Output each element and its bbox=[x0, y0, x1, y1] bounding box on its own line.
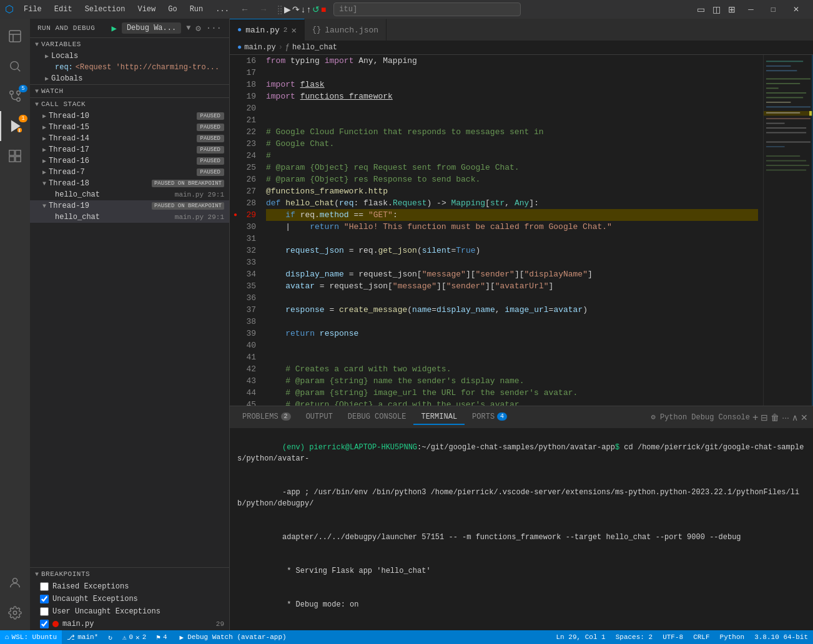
breakpoints-header[interactable]: ▼ BREAKPOINTS bbox=[30, 568, 229, 580]
nav-forward[interactable]: → bbox=[255, 3, 272, 16]
tab-launch-json[interactable]: {} launch.json bbox=[305, 19, 387, 41]
breakpoint-main-py[interactable]: main.py 29 bbox=[30, 618, 229, 630]
layout-btn-1[interactable]: ▭ bbox=[693, 3, 709, 16]
status-position[interactable]: Ln 29, Col 1 bbox=[551, 630, 611, 644]
watch-header[interactable]: ▼ WATCH bbox=[30, 85, 229, 97]
activity-item-explorer[interactable] bbox=[0, 21, 30, 51]
status-port[interactable]: ⚑ 4 bbox=[151, 630, 172, 644]
tab-ports[interactable]: PORTS 4 bbox=[465, 410, 515, 425]
svg-rect-33 bbox=[766, 155, 800, 157]
breakpoint-uncaught-exceptions[interactable]: Uncaught Exceptions bbox=[30, 593, 229, 605]
callstack-thread-18[interactable]: ▼ Thread-18 PAUSED ON BREAKPOINT bbox=[30, 178, 229, 189]
debug-stop[interactable]: ■ bbox=[321, 4, 326, 14]
mainpy-checkbox[interactable] bbox=[40, 620, 49, 628]
locals-item[interactable]: ▶ Locals bbox=[30, 51, 229, 62]
callstack-thread-19[interactable]: ▼ Thread-19 PAUSED ON BREAKPOINT bbox=[30, 200, 229, 212]
menu-view[interactable]: View bbox=[132, 4, 160, 15]
menu-run[interactable]: Run bbox=[185, 4, 209, 15]
debug-step-into[interactable]: ↓ bbox=[301, 4, 305, 14]
debug-step-over[interactable]: ↷ bbox=[292, 4, 300, 14]
activity-item-run-debug[interactable]: ! 1 bbox=[0, 111, 30, 141]
debug-config-dropdown[interactable]: ▼ bbox=[186, 24, 190, 32]
status-debug-session[interactable]: ▶ Debug Watch (avatar-app) bbox=[172, 630, 294, 644]
json-file-icon: {} bbox=[312, 26, 321, 34]
tab-terminal[interactable]: TERMINAL bbox=[413, 410, 465, 425]
status-eol[interactable]: CRLF bbox=[688, 630, 714, 644]
thread-19-frame-1[interactable]: hello_chat main.py 29:1 bbox=[30, 212, 229, 223]
callstack-header[interactable]: ▼ CALL STACK bbox=[30, 98, 229, 110]
terminal-more-btn[interactable]: ··· bbox=[782, 412, 789, 422]
callstack-thread-17[interactable]: ▶ Thread-17 PAUSED bbox=[30, 144, 229, 155]
status-python-version[interactable]: 3.8.10 64-bit bbox=[749, 630, 813, 644]
code-content[interactable]: from typing import Any, Mapping import f… bbox=[261, 55, 763, 406]
win-close[interactable]: ✕ bbox=[784, 2, 808, 16]
req-variable[interactable]: req: <Request 'http://charming-tro... bbox=[30, 62, 229, 73]
svg-rect-24 bbox=[766, 106, 811, 107]
menu-file[interactable]: File bbox=[19, 4, 47, 15]
code-line-43: # @param {string} name the sender's disp… bbox=[266, 375, 758, 387]
raised-exceptions-checkbox[interactable] bbox=[40, 582, 49, 591]
debug-continue[interactable]: ▶ bbox=[284, 4, 291, 14]
terminal-split-btn[interactable]: ⊟ bbox=[761, 412, 768, 422]
breadcrumb-file[interactable]: main.py bbox=[244, 43, 275, 52]
svg-rect-32 bbox=[766, 146, 785, 147]
status-branch[interactable]: ⎇ main* bbox=[62, 630, 103, 644]
menu-selection[interactable]: Selection bbox=[80, 4, 131, 15]
user-uncaught-checkbox[interactable] bbox=[40, 607, 49, 616]
svg-rect-36 bbox=[766, 170, 806, 171]
tab-output[interactable]: OUTPUT bbox=[298, 410, 340, 425]
layout-btn-2[interactable]: ◫ bbox=[709, 3, 724, 16]
code-line-19: import functions_framework bbox=[266, 90, 758, 102]
status-encoding[interactable]: UTF-8 bbox=[658, 630, 688, 644]
status-remote[interactable]: ⌂ WSL: Ubuntu bbox=[0, 630, 62, 644]
debug-step-out[interactable]: ↑ bbox=[307, 4, 311, 14]
status-language[interactable]: Python bbox=[715, 630, 750, 644]
status-errors[interactable]: ⚠ 0 ✕ 2 bbox=[117, 630, 151, 644]
thread-18-frame-1[interactable]: hello_chat main.py 29:1 bbox=[30, 189, 229, 200]
breadcrumb-function[interactable]: hello_chat bbox=[292, 43, 337, 52]
activity-item-account[interactable] bbox=[0, 568, 30, 598]
more-icon[interactable]: ··· bbox=[206, 23, 222, 33]
tab-main-py[interactable]: ● main.py 2 ✕ bbox=[230, 19, 305, 41]
activity-item-settings[interactable] bbox=[0, 598, 30, 628]
terminal-panel: PROBLEMS 2 OUTPUT DEBUG CONSOLE TERMINAL… bbox=[230, 406, 813, 630]
breakpoint-user-uncaught[interactable]: User Uncaught Exceptions bbox=[30, 605, 229, 618]
activity-item-source-control[interactable]: 5 bbox=[0, 81, 30, 111]
terminal-add-btn[interactable]: + bbox=[752, 412, 758, 423]
code-line-42: # Creates a card with two widgets. bbox=[266, 363, 758, 375]
tab-debug-console[interactable]: DEBUG CONSOLE bbox=[340, 410, 414, 425]
breakpoints-label: BREAKPOINTS bbox=[41, 570, 90, 578]
callstack-thread-16[interactable]: ▶ Thread-16 PAUSED bbox=[30, 155, 229, 167]
menu-edit[interactable]: Edit bbox=[49, 4, 77, 15]
terminal-trash-btn[interactable]: 🗑 bbox=[771, 412, 779, 422]
win-minimize[interactable]: ─ bbox=[739, 2, 762, 16]
callstack-thread-14[interactable]: ▶ Thread-14 PAUSED bbox=[30, 133, 229, 144]
activity-item-search[interactable] bbox=[0, 51, 30, 81]
tab-close-main-py[interactable]: ✕ bbox=[291, 25, 296, 36]
callstack-thread-15[interactable]: ▶ Thread-15 PAUSED bbox=[30, 122, 229, 133]
win-maximize[interactable]: □ bbox=[762, 2, 784, 16]
breakpoints-chevron: ▼ bbox=[35, 571, 39, 578]
layout-btn-3[interactable]: ⊞ bbox=[724, 3, 739, 16]
search-bar[interactable]: itu] bbox=[333, 2, 521, 16]
terminal-maximize-btn[interactable]: ∧ bbox=[792, 412, 798, 422]
status-spaces[interactable]: Spaces: 2 bbox=[611, 630, 658, 644]
debug-play-icon[interactable]: ▶ bbox=[111, 23, 116, 34]
nav-back[interactable]: ← bbox=[237, 3, 253, 16]
debug-config-name[interactable]: Debug Wa... bbox=[122, 22, 181, 34]
menu-go[interactable]: Go bbox=[163, 4, 182, 15]
variables-header[interactable]: ▼ VARIABLES bbox=[30, 38, 229, 51]
status-sync[interactable]: ↻ bbox=[103, 630, 117, 644]
terminal-close-btn[interactable]: ✕ bbox=[801, 412, 808, 422]
menu-more[interactable]: ... bbox=[210, 4, 234, 15]
callstack-thread-10[interactable]: ▶ Thread-10 PAUSED bbox=[30, 110, 229, 122]
breakpoint-raised-exceptions[interactable]: Raised Exceptions bbox=[30, 580, 229, 593]
uncaught-exceptions-checkbox[interactable] bbox=[40, 595, 49, 603]
callstack-thread-7[interactable]: ▶ Thread-7 PAUSED bbox=[30, 167, 229, 178]
terminal-body[interactable]: (env) pierrick@LAPTOP-HKU5PNNG:~/git/goo… bbox=[230, 428, 813, 630]
debug-restart[interactable]: ↺ bbox=[312, 4, 320, 14]
globals-item[interactable]: ▶ Globals bbox=[30, 73, 229, 84]
activity-item-extensions[interactable] bbox=[0, 141, 30, 171]
tab-problems[interactable]: PROBLEMS 2 bbox=[235, 410, 298, 425]
gear-icon[interactable]: ⚙ bbox=[195, 23, 200, 34]
